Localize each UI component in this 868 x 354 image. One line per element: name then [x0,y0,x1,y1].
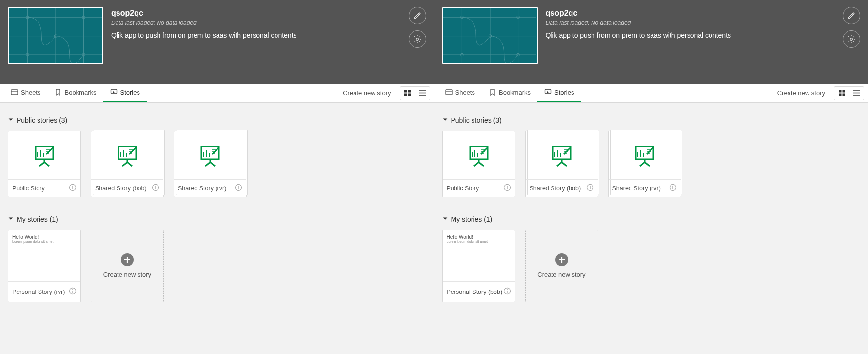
plus-icon [555,253,568,266]
story-card-label: Personal Story (bob) [447,289,503,295]
create-story-card-label: Create new story [532,271,591,279]
story-card[interactable]: Shared Story (bob) [525,131,598,197]
info-icon[interactable] [503,184,511,193]
caret-down-icon [8,215,14,223]
section-public-title: Public stories (3) [451,116,502,124]
app-meta: qsop2qc Data last loaded: No data loaded… [546,7,835,64]
story-card-label: Shared Story (rvr) [612,185,661,192]
story-card[interactable]: Public Story [8,131,81,197]
section-public-stories[interactable]: Public stories (3) [8,116,426,124]
story-icon [110,88,118,97]
info-icon[interactable] [69,287,77,296]
settings-button[interactable] [409,30,426,48]
tab-sheets-label: Sheets [455,89,475,96]
create-story-card[interactable]: Create new story [91,230,164,302]
app-thumbnail [8,7,103,64]
info-icon[interactable] [69,184,77,193]
story-card[interactable]: Public Story [442,131,515,197]
tab-stories-label: Stories [554,89,574,96]
tab-bookmarks-label: Bookmarks [64,89,96,96]
tab-bar: Sheets Bookmarks Stories Create new stor… [434,84,868,103]
app-data-status: Data last loaded: No data loaded [111,20,401,26]
edit-button[interactable] [843,7,860,24]
tab-bar: Sheets Bookmarks Stories Create new stor… [0,84,434,103]
section-mine-title: My stories (1) [17,215,58,223]
tab-stories-label: Stories [120,89,140,96]
sheet-icon [445,88,453,97]
grid-view-button[interactable] [834,87,849,100]
settings-button[interactable] [843,30,860,48]
view-toggle [400,86,430,100]
caret-down-icon [442,215,448,223]
tab-bookmarks-label: Bookmarks [499,89,531,96]
tab-stories[interactable]: Stories [537,84,581,102]
sheet-icon [11,88,18,97]
tab-bookmarks[interactable]: Bookmarks [47,84,103,102]
tab-sheets-label: Sheets [21,89,40,96]
app-header: qsop2qc Data last loaded: No data loaded… [434,0,868,84]
plus-icon [121,253,134,266]
story-card-label: Public Story [447,185,479,192]
list-view-button[interactable] [415,87,430,100]
tab-bookmarks[interactable]: Bookmarks [482,84,537,102]
list-view-button[interactable] [849,87,864,100]
app-header: qsop2qc Data last loaded: No data loaded… [0,0,434,84]
tab-sheets[interactable]: Sheets [438,84,482,102]
grid-view-button[interactable] [400,87,415,100]
info-icon[interactable] [235,184,242,193]
tab-sheets[interactable]: Sheets [4,84,47,102]
info-icon[interactable] [586,184,594,193]
section-my-stories[interactable]: My stories (1) [442,215,861,223]
section-mine-title: My stories (1) [451,215,493,223]
story-card-label: Shared Story (rvr) [178,185,226,192]
story-card-label: Shared Story (bob) [530,185,581,192]
app-description: Qlik app to push from on prem to saas wi… [111,31,401,39]
story-card[interactable]: Hello World! Lorem ipsum dolor sit amet … [8,230,81,302]
app-title: qsop2qc [546,9,835,18]
edit-button[interactable] [409,7,426,24]
create-story-card[interactable]: Create new story [525,230,598,302]
caret-down-icon [8,116,14,124]
story-card-label: Public Story [12,185,45,192]
tab-stories[interactable]: Stories [103,84,147,102]
story-preview-text: Hello World! [12,234,53,240]
story-card-label: Personal Story (rvr) [12,289,65,295]
app-description: Qlik app to push from on prem to saas wi… [546,31,835,39]
create-story-card-label: Create new story [98,271,157,279]
story-card[interactable]: Shared Story (bob) [91,131,164,197]
story-card[interactable]: Shared Story (rvr) [608,131,681,197]
app-thumbnail [442,7,538,64]
bookmark-icon [489,88,496,97]
story-card[interactable]: Hello World! Lorem ipsum dolor sit amet … [442,230,515,302]
story-card[interactable]: Shared Story (rvr) [174,131,247,197]
bookmark-icon [54,88,61,97]
content-area: Public stories (3) Public Story Shared S… [0,103,434,310]
section-public-stories[interactable]: Public stories (3) [442,116,861,124]
section-public-title: Public stories (3) [17,116,67,124]
pane-left: qsop2qc Data last loaded: No data loaded… [0,0,434,354]
app-data-status: Data last loaded: No data loaded [546,20,835,26]
content-area: Public stories (3) Public Story Shared S… [434,103,868,310]
caret-down-icon [442,116,448,124]
section-my-stories[interactable]: My stories (1) [8,215,426,223]
view-toggle [834,86,864,100]
info-icon[interactable] [669,184,677,193]
info-icon[interactable] [503,287,511,296]
app-title: qsop2qc [111,9,401,18]
story-preview-text: Hello World! [447,234,488,240]
info-icon[interactable] [152,184,159,193]
app-meta: qsop2qc Data last loaded: No data loaded… [111,7,401,64]
create-story-link[interactable]: Create new story [770,89,832,97]
story-icon [544,88,552,97]
create-story-link[interactable]: Create new story [336,89,397,97]
pane-right: qsop2qc Data last loaded: No data loaded… [434,0,868,354]
story-card-label: Shared Story (bob) [95,185,147,192]
